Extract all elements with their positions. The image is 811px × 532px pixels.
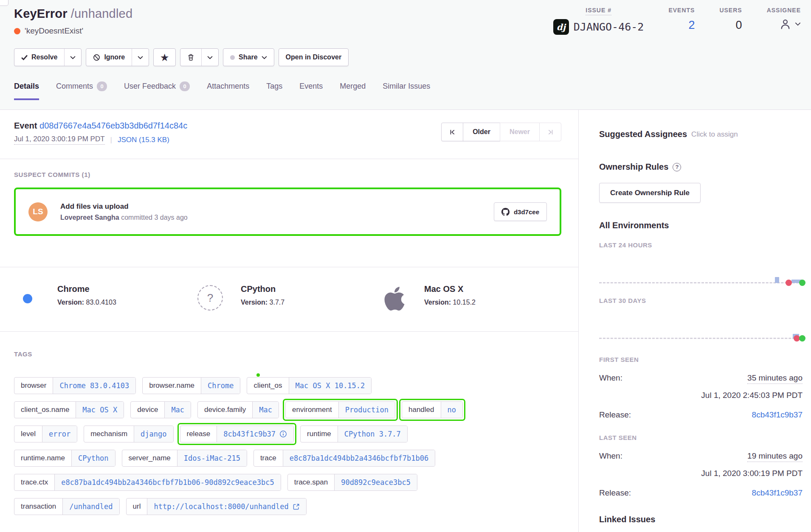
tag-rows: browser Chrome 83.0.4103 browser.name Ch… xyxy=(14,377,564,515)
tag-value-link[interactable]: CPython xyxy=(71,450,115,466)
commit-sha-button[interactable]: d3d7cee xyxy=(494,202,547,221)
tag-handled: handled no xyxy=(402,401,463,418)
first-seen-relative: 35 minutes ago xyxy=(747,373,803,384)
ignore-dropdown-button[interactable] xyxy=(132,49,149,66)
bookmark-star-button[interactable]: ★ xyxy=(154,49,175,66)
tab-merged[interactable]: Merged xyxy=(340,81,366,100)
first-seen-release-link[interactable]: 8cb43f1c9b37 xyxy=(752,410,803,420)
tag-value-link[interactable]: Production xyxy=(338,402,395,418)
tag-value-link[interactable]: error xyxy=(42,426,77,442)
click-to-assign-hint[interactable]: Click to assign xyxy=(691,130,738,139)
issue-stats: ISSUE # dj DJANGO-46-2 EVENTS 2 USERS 0 … xyxy=(553,7,801,35)
external-link-icon[interactable] xyxy=(293,503,300,510)
tag-trace-ctx: trace.ctx e8c87ba1dc494bb2a4346bcfbf7b1b… xyxy=(14,474,281,491)
info-icon[interactable] xyxy=(279,430,287,438)
oldest-event-button[interactable] xyxy=(441,123,463,141)
event-contexts: Chrome Version: 83.0.4103 ? CPython Vers… xyxy=(0,267,578,332)
chrome-icon xyxy=(14,285,41,312)
context-browser: Chrome Version: 83.0.4103 xyxy=(14,283,197,331)
last-30-days-sparkline xyxy=(599,308,803,342)
tab-details[interactable]: Details xyxy=(14,81,39,100)
tag-value-link[interactable]: 8cb43f1c9b37 xyxy=(217,426,293,442)
tag-value-link[interactable]: /unhandled xyxy=(62,498,119,515)
last-seen-release-link[interactable]: 8cb43f1c9b37 xyxy=(752,488,803,498)
mute-icon xyxy=(93,54,100,61)
tab-similar-issues[interactable]: Similar Issues xyxy=(383,81,430,100)
action-bar: Resolve Ignore ★ xyxy=(14,48,811,66)
tag-value-link[interactable]: Idos-iMac-215 xyxy=(177,450,247,466)
chevron-down-icon xyxy=(262,56,267,59)
share-button[interactable]: Share xyxy=(223,49,273,66)
tab-comments[interactable]: Comments0 xyxy=(56,81,107,100)
commit-meta: Lovepreet Sangha committed 3 days ago xyxy=(60,214,494,221)
sidebar: Suggested Assignees Click to assign Owne… xyxy=(579,110,811,532)
commit-title: Add files via upload xyxy=(60,202,494,211)
delete-button[interactable] xyxy=(180,49,201,66)
tab-events[interactable]: Events xyxy=(299,81,323,100)
newer-event-button: Newer xyxy=(500,123,540,141)
last-24-hours-label: LAST 24 HOURS xyxy=(599,241,803,249)
event-pagination: Older Newer xyxy=(441,123,561,159)
open-in-discover-button[interactable]: Open in Discover xyxy=(279,49,349,66)
tag-value-link[interactable]: Mac xyxy=(164,402,191,418)
last-seen-release-row: Release: 8cb43f1c9b37 xyxy=(599,488,803,498)
tag-mechanism: mechanism django xyxy=(84,426,173,442)
tag-value-link[interactable]: django xyxy=(134,426,173,442)
event-toolbar: Event d08d7667e4a5476eb3b3db6d7f14c84c J… xyxy=(0,110,578,159)
avatar: LS xyxy=(28,202,48,221)
tag-value-link[interactable]: e8c87ba1dc494bb2a4346bcfbf7b1b06 xyxy=(283,450,435,466)
issue-header: KeyError/unhandled 'keyDoesntExist' ISSU… xyxy=(0,0,811,110)
tab-user-feedback[interactable]: User Feedback0 xyxy=(124,81,190,100)
older-event-button[interactable]: Older xyxy=(463,123,500,141)
chevron-down-icon xyxy=(70,56,76,59)
tag-value-link[interactable]: no xyxy=(441,402,462,418)
commit-info: Add files via upload Lovepreet Sangha co… xyxy=(60,202,494,221)
tag-value-link[interactable]: Chrome xyxy=(201,378,240,394)
help-question-icon[interactable]: ? xyxy=(673,163,681,171)
when-label: When: xyxy=(599,373,622,383)
ignore-button[interactable]: Ignore xyxy=(86,49,132,66)
context-browser-text: Chrome Version: 83.0.4103 xyxy=(57,283,116,306)
tab-attachments[interactable]: Attachments xyxy=(207,81,249,100)
tag-server-name: server_name Idos-iMac-215 xyxy=(122,450,247,467)
tag-browser: browser Chrome 83.0.4103 xyxy=(14,377,136,394)
suspect-commits-heading: SUSPECT COMMITS (1) xyxy=(14,171,561,178)
tag-client-os-name: client_os.name Mac OS X xyxy=(14,401,124,418)
tab-tags[interactable]: Tags xyxy=(266,81,282,100)
tag-value-link[interactable]: http://localhost:8000/unhandled xyxy=(147,498,306,515)
tag-row: trace.ctx e8c87ba1dc494bb2a4346bcfbf7b1b… xyxy=(14,474,564,491)
first-seen-marker xyxy=(786,280,792,286)
event-timestamp: Jul 1, 2020 3:00:19 PM PDT xyxy=(14,135,105,145)
last-seen-heading: LAST SEEN xyxy=(599,434,803,441)
issue-short-id[interactable]: DJANGO-46-2 xyxy=(574,21,644,33)
tag-value-link[interactable]: 90d892c9eace3bc5 xyxy=(334,474,417,490)
users-count[interactable]: 0 xyxy=(736,19,742,32)
assignee-dropdown[interactable] xyxy=(779,17,801,31)
issue-details-page: KeyError/unhandled 'keyDoesntExist' ISSU… xyxy=(0,0,811,532)
create-ownership-rule-button[interactable]: Create Ownership Rule xyxy=(599,183,701,203)
tag-trace: trace e8c87ba1dc494bb2a4346bcfbf7b1b06 xyxy=(253,450,435,467)
tag-value-link[interactable]: CPython 3.7.7 xyxy=(338,426,407,442)
tag-value-link[interactable]: Mac OS X xyxy=(76,402,124,418)
context-runtime-text: CPython Version: 3.7.7 xyxy=(241,283,284,306)
events-count[interactable]: 2 xyxy=(688,19,695,32)
content: Event d08d7667e4a5476eb3b3db6d7f14c84c J… xyxy=(0,110,811,532)
resolve-dropdown-button[interactable] xyxy=(64,49,81,66)
last-seen-marker xyxy=(799,335,805,342)
issue-short-id-row[interactable]: dj DJANGO-46-2 xyxy=(553,19,644,35)
main-column: Event d08d7667e4a5476eb3b3db6d7f14c84c J… xyxy=(0,110,579,532)
share-status-dot-icon xyxy=(230,55,235,60)
event-json-link[interactable]: JSON (15.3 KB) xyxy=(118,136,169,144)
tag-value-link[interactable]: e8c87ba1dc494bb2a4346bcfbf7b1b06-90d892c… xyxy=(54,474,281,490)
last-seen-absolute-row: Jul 1, 2020 3:00:19 PM PDT xyxy=(599,469,803,478)
event-id-link[interactable]: d08d7667e4a5476eb3b3db6d7f14c84c xyxy=(39,121,187,130)
suggested-assignees-heading: Suggested Assignees Click to assign xyxy=(599,129,803,139)
tag-row: transaction /unhandled url http://localh… xyxy=(14,498,564,515)
events-label: EVENTS xyxy=(668,7,695,15)
tag-value-link[interactable]: Chrome 83.0.4103 xyxy=(53,378,135,394)
tag-value-link[interactable]: Mac xyxy=(252,402,279,418)
tag-runtime: runtime CPython 3.7.7 xyxy=(300,426,408,442)
delete-dropdown-button[interactable] xyxy=(201,49,218,66)
resolve-button[interactable]: Resolve xyxy=(14,49,64,66)
tag-value-link[interactable]: Mac OS X 10.15.2 xyxy=(289,378,372,394)
